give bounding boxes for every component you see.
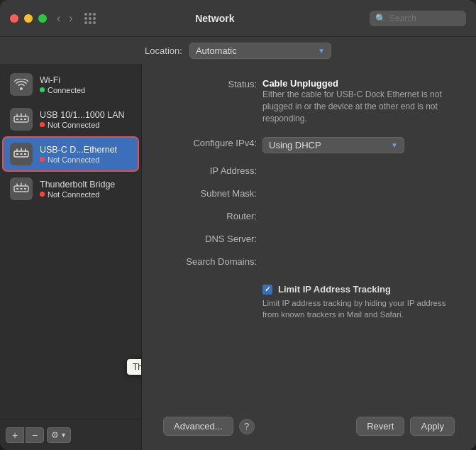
subnet-label: Subnet Mask: [163,187,262,199]
thunderbolt-bridge-name: Thunderbolt Bridge [40,180,131,190]
status-value-area: Cable Unplugged Either the cable for USB… [262,78,455,124]
search-input[interactable] [389,13,460,23]
sidebar-bottom: + − ⚙ ▼ [0,419,141,450]
gear-icon: ⚙ [51,430,59,440]
usb-lan-icon [10,108,33,131]
ip-label: IP Address: [163,165,262,176]
checkbox-area: ✓ Limit IP Address Tracking Limit IP add… [262,284,455,320]
main-content: Wi-Fi Connected [0,64,476,450]
dns-label: DNS Server: [163,233,262,244]
location-value: Automatic [196,45,314,56]
svg-rect-1 [16,119,18,120]
network-list: Wi-Fi Connected [0,64,141,419]
advanced-area: Advanced... ? [163,417,255,436]
location-bar: Location: Automatic ▼ [0,37,476,64]
sidebar: Wi-Fi Connected [0,64,142,450]
limit-ip-row: ✓ Limit IP Address Tracking Limit IP add… [163,284,455,320]
svg-rect-7 [24,153,26,155]
dns-row: DNS Server: [163,233,455,248]
checkbox-check-icon: ✓ [265,285,270,293]
search-box[interactable]: 🔍 [370,11,466,26]
add-network-button[interactable]: + [6,427,24,443]
configure-select[interactable]: Using DHCP ▼ [262,137,404,153]
window-title: Network [103,13,327,24]
usbc-ethernet-icon [10,143,33,165]
traffic-lights [10,14,47,23]
configure-value: Using DHCP [269,140,387,150]
window: ‹ › Network 🔍 Location: Automatic ▼ [0,0,476,450]
router-label: Router: [163,210,262,221]
wifi-icon [10,73,33,96]
nav-buttons: ‹ › [54,11,76,26]
subnet-row: Subnet Mask: [163,187,455,203]
back-button[interactable]: ‹ [54,11,63,26]
forward-button[interactable]: › [66,11,75,26]
wifi-name: Wi-Fi [40,75,131,85]
apps-grid-icon[interactable] [84,13,96,24]
wifi-status-dot [40,87,45,92]
status-row: Status: Cable Unplugged Either the cable… [163,78,455,124]
help-button[interactable]: ? [239,419,255,434]
close-button[interactable] [10,14,18,23]
svg-rect-9 [16,188,18,190]
usb-lan-status: Not Connected [40,121,131,129]
thunderbolt-bridge-status: Not Connected [40,190,131,199]
chevron-down-icon: ▼ [318,47,325,55]
status-desc: Either the cable for USB-C Dock Ethernet… [262,89,455,124]
svg-rect-3 [24,119,26,120]
svg-rect-5 [16,153,18,155]
usb-lan-name: USB 10/1...1000 LAN [40,110,131,120]
svg-rect-10 [21,188,23,190]
thunderbolt-bridge-info: Thunderbolt Bridge Not Connected [40,180,131,199]
wifi-status: Connected [40,86,131,94]
usbc-ethernet-status-dot [40,157,45,162]
sidebar-item-usbc-ethernet[interactable]: USB-C D...Ethernet Not Connected [3,137,138,171]
limit-ip-checkbox[interactable]: ✓ [262,285,272,295]
minimize-button[interactable] [24,14,33,23]
bottom-buttons: Advanced... ? Revert Apply [163,408,455,436]
thunderbolt-bridge-tooltip: Thunderbolt Bridge [127,359,141,375]
location-select[interactable]: Automatic ▼ [189,43,331,59]
search-icon: 🔍 [375,13,386,23]
usbc-ethernet-name: USB-C D...Ethernet [40,145,131,155]
search-domains-row: Search Domains: [163,256,455,271]
sidebar-item-usb-lan[interactable]: USB 10/1...1000 LAN Not Connected [3,102,138,136]
location-label: Location: [145,45,182,56]
svg-rect-6 [21,153,23,155]
search-domains-label: Search Domains: [163,256,262,267]
status-label: Status: [163,78,262,89]
revert-button[interactable]: Revert [356,417,404,436]
titlebar: ‹ › Network 🔍 [0,0,476,37]
apply-button[interactable]: Apply [410,417,455,436]
status-value: Cable Unplugged [262,78,455,89]
limit-ip-desc: Limit IP address tracking by hiding your… [262,297,455,320]
thunderbolt-bridge-icon [10,177,33,200]
sidebar-item-thunderbolt-bridge[interactable]: Thunderbolt Bridge Not Connected Thunder… [3,172,138,206]
advanced-button[interactable]: Advanced... [163,417,233,436]
remove-network-button[interactable]: − [26,427,44,443]
gear-button[interactable]: ⚙ ▼ [47,427,71,443]
svg-rect-11 [24,188,26,190]
ip-row: IP Address: [163,165,455,180]
checkbox-label-row: ✓ Limit IP Address Tracking [262,284,455,295]
limit-ip-label: Limit IP Address Tracking [278,284,391,295]
router-row: Router: [163,210,455,226]
usb-lan-info: USB 10/1...1000 LAN Not Connected [40,110,131,129]
thunderbolt-bridge-status-dot [40,192,45,197]
sidebar-item-wifi[interactable]: Wi-Fi Connected [3,67,138,101]
svg-rect-2 [21,119,23,120]
configure-label: Configure IPv4: [163,137,262,148]
maximize-button[interactable] [38,14,47,23]
detail-panel: Status: Cable Unplugged Either the cable… [142,64,476,450]
wifi-info: Wi-Fi Connected [40,75,131,94]
configure-row: Configure IPv4: Using DHCP ▼ [163,137,455,153]
usbc-ethernet-status: Not Connected [40,155,131,164]
gear-chevron-icon: ▼ [60,432,67,439]
usbc-ethernet-info: USB-C D...Ethernet Not Connected [40,145,131,164]
usb-lan-status-dot [40,122,45,127]
configure-chevron-icon: ▼ [391,141,398,149]
